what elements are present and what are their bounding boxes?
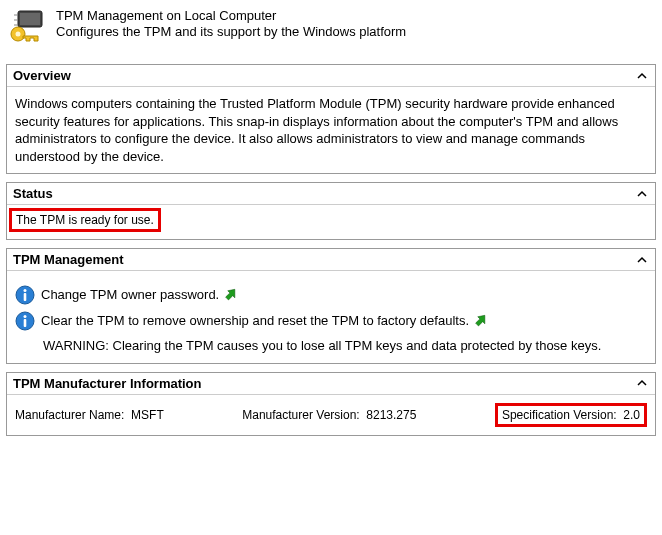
chevron-up-icon bbox=[635, 69, 649, 83]
status-text-highlighted: The TPM is ready for use. bbox=[9, 208, 161, 232]
manufacturer-version: Manufacturer Version: 8213.275 bbox=[242, 408, 416, 422]
clear-tpm-row[interactable]: Clear the TPM to remove ownership and re… bbox=[15, 311, 647, 331]
svg-point-11 bbox=[24, 315, 27, 318]
page-title: TPM Management on Local Computer bbox=[56, 8, 406, 24]
svg-point-8 bbox=[24, 289, 27, 292]
page-subtitle: Configures the TPM and its support by th… bbox=[56, 24, 406, 40]
change-owner-password-row[interactable]: Change TPM owner password. bbox=[15, 285, 647, 305]
tpm-management-body: Change TPM owner password. Clear the TPM… bbox=[7, 271, 655, 363]
manufacturer-version-label: Manufacturer Version: bbox=[242, 408, 359, 422]
tpm-management-header[interactable]: TPM Management bbox=[7, 249, 655, 271]
overview-title: Overview bbox=[13, 68, 71, 83]
chevron-up-icon bbox=[635, 187, 649, 201]
overview-body: Windows computers containing the Trusted… bbox=[7, 87, 655, 173]
svg-rect-9 bbox=[24, 293, 27, 301]
status-title: Status bbox=[13, 186, 53, 201]
go-arrow-icon[interactable] bbox=[475, 314, 489, 328]
manufacturer-panel-header[interactable]: TPM Manufacturer Information bbox=[7, 373, 655, 395]
status-panel-header[interactable]: Status bbox=[7, 183, 655, 205]
status-panel: Status The TPM is ready for use. bbox=[6, 182, 656, 240]
overview-panel-header[interactable]: Overview bbox=[7, 65, 655, 87]
chevron-up-icon bbox=[635, 253, 649, 267]
svg-rect-1 bbox=[20, 13, 40, 25]
page-header: TPM Management on Local Computer Configu… bbox=[0, 0, 662, 58]
specification-version-label: Specification Version: bbox=[502, 408, 617, 422]
info-icon bbox=[15, 285, 35, 305]
specification-version-value: 2.0 bbox=[623, 408, 640, 422]
overview-panel: Overview Windows computers containing th… bbox=[6, 64, 656, 174]
manufacturer-body: Manufacturer Name: MSFT Manufacturer Ver… bbox=[7, 395, 655, 435]
svg-point-6 bbox=[16, 32, 21, 37]
manufacturer-name-label: Manufacturer Name: bbox=[15, 408, 124, 422]
chevron-up-icon bbox=[635, 376, 649, 390]
manufacturer-name-value: MSFT bbox=[131, 408, 164, 422]
manufacturer-version-value: 8213.275 bbox=[366, 408, 416, 422]
manufacturer-name: Manufacturer Name: MSFT bbox=[15, 408, 164, 422]
manufacturer-title: TPM Manufacturer Information bbox=[13, 376, 202, 391]
clear-tpm-label: Clear the TPM to remove ownership and re… bbox=[41, 312, 469, 330]
change-owner-password-label: Change TPM owner password. bbox=[41, 286, 219, 304]
status-body: The TPM is ready for use. bbox=[7, 205, 655, 239]
svg-rect-12 bbox=[24, 319, 27, 327]
clear-tpm-warning: WARNING: Clearing the TPM causes you to … bbox=[15, 337, 647, 355]
tpm-management-panel: TPM Management Change TPM owner password… bbox=[6, 248, 656, 364]
header-text-block: TPM Management on Local Computer Configu… bbox=[56, 8, 406, 39]
tpm-management-title: TPM Management bbox=[13, 252, 124, 267]
info-icon bbox=[15, 311, 35, 331]
specification-version-highlighted: Specification Version: 2.0 bbox=[495, 403, 647, 427]
manufacturer-panel: TPM Manufacturer Information Manufacture… bbox=[6, 372, 656, 436]
tpm-chip-key-icon bbox=[8, 8, 48, 48]
go-arrow-icon[interactable] bbox=[225, 288, 239, 302]
